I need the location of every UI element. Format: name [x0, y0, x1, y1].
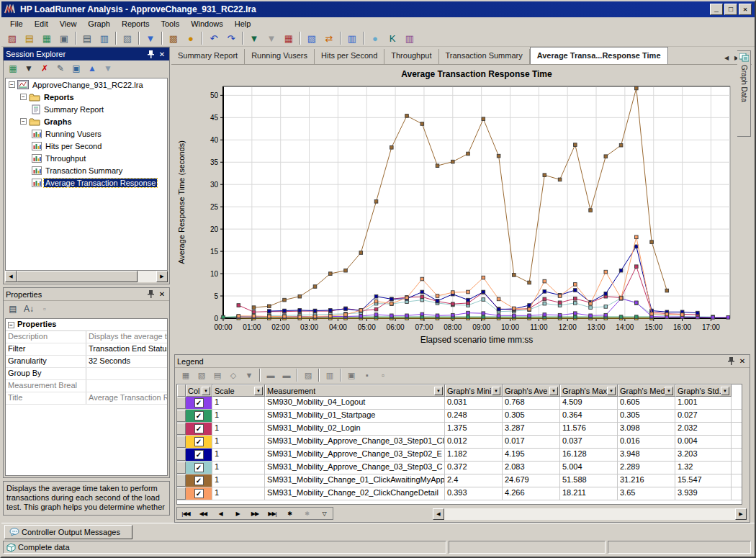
property-value[interactable]	[86, 368, 167, 379]
pin-icon[interactable]	[145, 50, 156, 59]
undo-icon[interactable]: ↶	[205, 31, 222, 46]
column-dropdown-icon[interactable]: ▼	[202, 387, 210, 395]
copy-icon[interactable]: ▣	[68, 61, 84, 76]
filter-icon[interactable]: ▼	[142, 31, 159, 46]
menu-reports[interactable]: Reports	[116, 18, 156, 30]
controller-output-messages-button[interactable]: Controller Output Messages	[4, 525, 132, 539]
legend-row[interactable]: ✓1SM931_Mobility_Change_01_ClickAwaiting…	[177, 474, 742, 487]
series-visible-checkbox[interactable]: ✓	[194, 450, 204, 459]
row-selector[interactable]	[177, 462, 186, 474]
row-selector[interactable]	[177, 423, 186, 435]
column-dropdown-icon[interactable]: ▼	[721, 387, 729, 395]
legend-row[interactable]: ✓1SM931_Mobility_Change_02_ClickChangeDe…	[177, 487, 742, 500]
k-viewer-icon[interactable]: K	[384, 31, 401, 46]
collapse-icon[interactable]: −	[8, 322, 14, 328]
series-visible-checkbox[interactable]: ✓	[194, 424, 204, 433]
tree-item-approvechange-931-rc22-lra[interactable]: −ApproveChange_931_RC22.lra	[6, 78, 167, 91]
redo-icon[interactable]: ↷	[222, 31, 240, 46]
column-header-graph-s-std-[interactable]: Graph's Std.▼	[675, 384, 732, 397]
row-selector[interactable]	[177, 410, 186, 422]
legend-hscrollbar[interactable]: ◀ ▶	[433, 508, 747, 520]
delete-icon[interactable]: ✗	[37, 61, 53, 76]
row-selector[interactable]	[177, 397, 186, 409]
scroll-left-icon[interactable]: ◀	[5, 271, 17, 282]
tab-average-transa-response-time[interactable]: Average Transa...Response Time	[530, 47, 668, 64]
add-graph-icon[interactable]: ▦	[5, 61, 21, 76]
column-header-graph-s-max[interactable]: Graph's Max▼	[560, 384, 618, 397]
property-value[interactable]: Displays the average tim	[86, 331, 167, 343]
save-image-icon[interactable]: ▩	[165, 31, 182, 46]
row-selector[interactable]	[177, 474, 186, 487]
tree-item-graphs[interactable]: −Graphs	[6, 115, 167, 127]
nav-back-icon[interactable]: ◀	[212, 508, 229, 519]
graph-data-side-tab[interactable]: Graph Data	[737, 50, 751, 137]
apply-filter-icon[interactable]: ▼	[246, 31, 263, 46]
series-visible-checkbox[interactable]: ✓	[194, 476, 204, 485]
menu-edit[interactable]: Edit	[29, 18, 54, 30]
sort-az-icon[interactable]: A↓	[21, 302, 37, 316]
report-grid-icon[interactable]: ▥	[343, 31, 361, 46]
column-header-col[interactable]: Col▼	[186, 384, 212, 397]
collapse-icon[interactable]: −	[20, 94, 27, 100]
nav-filter-icon[interactable]: ▽	[315, 508, 333, 519]
legend-row[interactable]: ✓1SM931_Mobility_02_Login1.3753.28711.57…	[177, 423, 742, 436]
tree-item-reports[interactable]: −Reports	[6, 91, 167, 103]
scroll-right-icon[interactable]: ▶	[156, 271, 168, 282]
output-bubble-icon[interactable]: ●	[366, 31, 384, 46]
column-header-graph-s-mini[interactable]: Graph's Mini▼	[445, 384, 503, 397]
column-dropdown-icon[interactable]: ▼	[665, 387, 673, 395]
property-row-description[interactable]: DescriptionDisplays the average tim	[6, 331, 167, 343]
legend-row[interactable]: ✓1SM930_Mobility_04_Logout0.0310.7684.50…	[177, 397, 742, 410]
column-header-graph-s-med[interactable]: Graph's Med▼	[618, 384, 675, 397]
categorized-icon[interactable]: ▤	[5, 302, 21, 316]
series-visible-checkbox[interactable]: ✓	[194, 437, 204, 446]
row-selector-header[interactable]	[177, 384, 186, 397]
session-explorer-header[interactable]: Session Explorer ✕	[4, 48, 169, 60]
analyze-icon[interactable]: ▥	[401, 31, 418, 46]
new-graph-icon[interactable]: ▦	[38, 31, 55, 46]
property-row-granularity[interactable]: Granularity32 Seconds	[6, 356, 167, 368]
prev-tab-icon[interactable]: ◀	[721, 55, 732, 61]
close-icon[interactable]: ✕	[157, 50, 167, 59]
close-button[interactable]: ✕	[739, 4, 752, 15]
property-row-measurement-breal[interactable]: Measurement Breal	[6, 380, 167, 392]
property-value[interactable]: Transaction End Status	[86, 343, 167, 355]
menu-graph[interactable]: Graph	[82, 18, 116, 30]
column-header-measurement[interactable]: Measurement▼	[265, 384, 445, 397]
tree-item-throughput[interactable]: Throughput	[6, 152, 167, 164]
legend-row[interactable]: ✓1SM931_Mobility_Approve_Change_03_Step0…	[177, 462, 742, 474]
close-icon[interactable]: ✕	[157, 289, 167, 299]
nav-new-disabled-icon[interactable]: ✱	[298, 508, 315, 519]
nav-new-icon[interactable]: ✱	[281, 508, 298, 519]
properties-header[interactable]: Properties ✕	[4, 288, 169, 301]
menu-view[interactable]: View	[54, 18, 83, 30]
properties-icon[interactable]: ▧	[119, 31, 136, 46]
row-selector[interactable]	[177, 449, 186, 461]
tab-transaction-summary[interactable]: Transaction Summary	[439, 49, 530, 64]
series-visible-checkbox[interactable]: ✓	[194, 411, 204, 420]
print-icon[interactable]: ▤	[78, 31, 96, 46]
property-value[interactable]: Average Transaction Re	[86, 392, 167, 404]
menu-file[interactable]: File	[4, 18, 29, 30]
property-row-group-by[interactable]: Group By	[6, 368, 167, 380]
column-dropdown-icon[interactable]: ▼	[492, 387, 500, 395]
legend-tool-4-icon[interactable]: ◇	[225, 369, 241, 382]
legend-tool-9-icon[interactable]: ▥	[322, 369, 338, 382]
close-icon[interactable]: ✕	[737, 356, 747, 366]
property-row-filter[interactable]: FilterTransaction End Status	[6, 343, 167, 356]
series-visible-checkbox[interactable]: ✓	[194, 463, 204, 472]
column-dropdown-icon[interactable]: ▼	[254, 387, 263, 395]
column-dropdown-icon[interactable]: ▼	[549, 387, 558, 395]
legend-tool-10-icon[interactable]: ▣	[343, 369, 359, 382]
legend-tool-1-icon[interactable]: ▦	[178, 369, 194, 382]
scrollbar-thumb[interactable]	[17, 271, 138, 282]
tab-throughput[interactable]: Throughput	[384, 49, 438, 64]
legend-tool-2-icon[interactable]: ▧	[194, 369, 210, 382]
collapse-icon[interactable]: −	[20, 118, 27, 125]
legend-row[interactable]: ✓1SM931_Mobility_01_Startpage0.2480.3050…	[177, 410, 742, 423]
tree-item-running-vusers[interactable]: Running Vusers	[6, 127, 167, 140]
response-time-chart[interactable]: 0510152025303540455000:0001:0002:0003:00…	[174, 65, 734, 354]
properties-group-header[interactable]: −Properties	[6, 319, 167, 331]
window-icon[interactable]: ▣	[55, 31, 73, 46]
tree-item-average-transaction-response[interactable]: Average Transaction Response	[6, 176, 167, 189]
